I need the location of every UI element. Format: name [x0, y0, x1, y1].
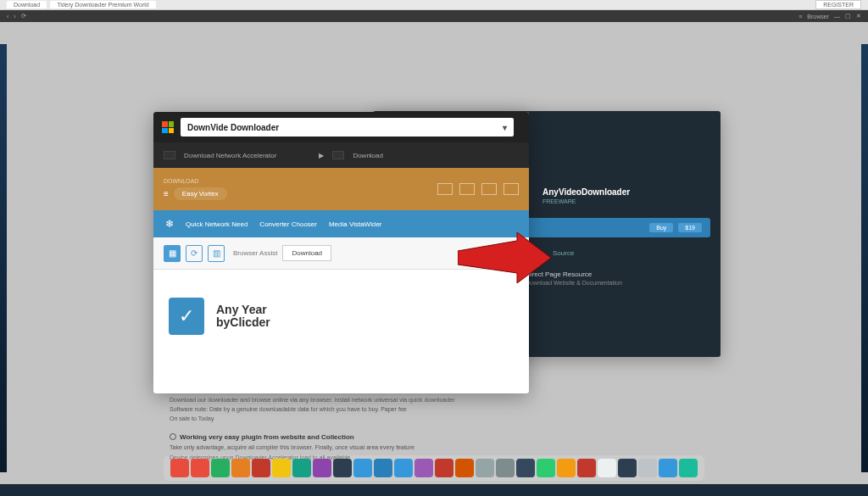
- page-content: AnyVideoDownloader FREEWARE Free Convert…: [0, 22, 868, 484]
- red-callout-arrow: [458, 232, 551, 283]
- app-ribbon: Download Network Accelerator ▶ Download: [153, 142, 529, 168]
- dock-app-4[interactable]: [252, 459, 270, 477]
- product-line-2: byClicder: [216, 316, 270, 329]
- article-p3: On sale to Today: [170, 414, 695, 423]
- dock-app-21[interactable]: [598, 459, 616, 477]
- orange-tool-4[interactable]: [504, 183, 519, 195]
- dock-app-5[interactable]: [272, 459, 291, 477]
- orange-tag[interactable]: Easy Vortex: [174, 187, 227, 200]
- ribbon-flag-icon[interactable]: [164, 151, 175, 159]
- snowflake-icon[interactable]: ❄: [165, 218, 174, 230]
- browser-menu-label: Browser: [807, 14, 829, 20]
- dock-app-11[interactable]: [394, 459, 413, 477]
- orange-header: DOWNLOAD ≡ Easy Vortex: [153, 168, 529, 210]
- browser-toolbar: ‹ › ⟳ ≡ Browser — ▢ ✕: [0, 10, 868, 22]
- tool-fill-icon[interactable]: ▦: [164, 245, 181, 262]
- product-body: ✓ Any Year byClicder: [153, 270, 529, 363]
- orange-sublabel: DOWNLOAD: [164, 178, 227, 184]
- dock-app-8[interactable]: [333, 459, 352, 477]
- product-name: Any Year byClicder: [216, 304, 270, 330]
- dock-app-12[interactable]: [415, 459, 433, 477]
- ribbon-play-icon[interactable]: ▶: [319, 152, 324, 159]
- desktop-edge-left: [0, 44, 7, 472]
- nav-back-icon[interactable]: ‹: [7, 14, 8, 20]
- dock-app-0[interactable]: [170, 459, 189, 477]
- tool-label: Browser Assist: [233, 249, 277, 257]
- dock-app-18[interactable]: [537, 459, 555, 477]
- app-search-text: DownVide Downloader: [187, 123, 279, 132]
- app-titlebar: DownVide Downloader ▾: [153, 112, 529, 142]
- nav-reload-icon[interactable]: ⟳: [21, 13, 26, 20]
- dock-app-3[interactable]: [231, 459, 250, 477]
- dock-app-14[interactable]: [455, 459, 474, 477]
- nav-forward-icon[interactable]: ›: [14, 14, 15, 20]
- orange-tool-3[interactable]: [481, 183, 497, 195]
- blue-nav-item-3[interactable]: Media VistaWider: [329, 220, 382, 228]
- buy-button[interactable]: Buy: [649, 223, 673, 232]
- windows-logo-icon: [162, 121, 174, 133]
- svg-marker-0: [458, 232, 551, 283]
- app-search-bar[interactable]: DownVide Downloader ▾: [181, 118, 514, 137]
- browser-tab-strip: Download Tidery Downloader Premium World…: [0, 0, 868, 10]
- close-icon[interactable]: ✕: [856, 13, 861, 20]
- tool-page-icon[interactable]: ▥: [208, 245, 225, 262]
- product-box-icon: ✓: [169, 298, 204, 335]
- minimize-icon[interactable]: —: [834, 14, 840, 20]
- article-p4: Take only advantage, acquire all compile…: [170, 443, 695, 452]
- article-p2: Software note: Date by a genuine downloa…: [170, 404, 695, 414]
- orange-tool-1[interactable]: [437, 183, 453, 195]
- hamburger-orange-icon[interactable]: ≡: [164, 189, 169, 198]
- dock-app-16[interactable]: [496, 459, 515, 477]
- dock-app-9[interactable]: [353, 459, 372, 477]
- dock-app-22[interactable]: [618, 459, 637, 477]
- blue-nav-item-1[interactable]: Quick Network Need: [186, 220, 248, 228]
- ribbon-label: Download Network Accelerator: [184, 152, 276, 159]
- bullet-icon: [170, 433, 176, 440]
- hamburger-icon[interactable]: ≡: [798, 14, 802, 20]
- macos-dock: [164, 455, 704, 481]
- browser-tab-2[interactable]: Tidery Downloader Premium World: [50, 1, 156, 8]
- article-p1: Download our downloader and browse onlin…: [170, 395, 695, 404]
- dock-app-10[interactable]: [374, 459, 392, 477]
- download-button[interactable]: Download: [282, 245, 331, 261]
- dock-app-20[interactable]: [577, 459, 596, 477]
- dock-app-7[interactable]: [313, 459, 331, 477]
- dock-app-24[interactable]: [659, 459, 677, 477]
- ribbon-mid-label: Download: [353, 152, 383, 159]
- blue-nav-item-2[interactable]: Converter Chooser: [259, 220, 317, 228]
- article-heading: Working very easy plugin from website an…: [170, 432, 695, 443]
- dock-app-1[interactable]: [191, 459, 209, 477]
- dock-app-2[interactable]: [211, 459, 230, 477]
- article-text: Download our downloader and browse onlin…: [170, 395, 695, 462]
- dropdown-icon[interactable]: ▾: [503, 123, 507, 132]
- dock-app-25[interactable]: [679, 459, 698, 477]
- dock-app-6[interactable]: [292, 459, 311, 477]
- price-badge: $19: [678, 223, 702, 232]
- dock-app-23[interactable]: [638, 459, 657, 477]
- ribbon-screen-icon[interactable]: [332, 151, 344, 159]
- desktop-edge-right: [861, 44, 868, 472]
- product-line-1: Any Year: [216, 304, 270, 316]
- register-button[interactable]: REGISTER: [815, 0, 861, 9]
- dock-app-15[interactable]: [476, 459, 494, 477]
- dock-app-19[interactable]: [557, 459, 576, 477]
- dock-app-17[interactable]: [516, 459, 535, 477]
- orange-tool-2[interactable]: [459, 183, 475, 195]
- maximize-icon[interactable]: ▢: [845, 13, 851, 20]
- dock-app-13[interactable]: [435, 459, 453, 477]
- browser-tab-1[interactable]: Download: [7, 1, 47, 8]
- tool-refresh-icon[interactable]: ⟳: [186, 245, 203, 262]
